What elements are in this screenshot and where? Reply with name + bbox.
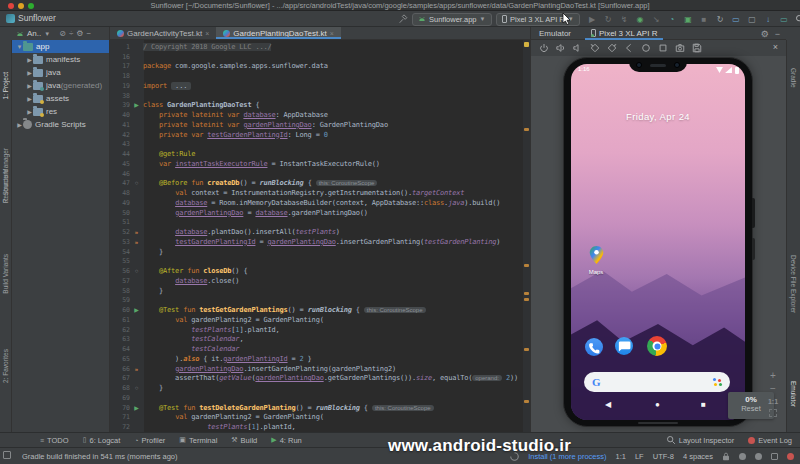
notification-icon[interactable] xyxy=(787,453,794,460)
status-widget[interactable]: 4 spaces xyxy=(683,452,713,461)
code-line[interactable]: 52» database.plantDao().insertAll(testPl… xyxy=(110,227,530,237)
code-editor[interactable]: 1/ Copyright 2018 Google LLC .../1617pac… xyxy=(110,40,530,432)
code-line[interactable]: 61 val gardenPlanting2 = GardenPlanting( xyxy=(110,315,530,325)
toolwindow-button-7-structure[interactable]: 7: Structure xyxy=(2,169,9,203)
run-test-gutter-icon[interactable]: ▶ xyxy=(130,102,143,108)
status-indicator-icon[interactable] xyxy=(739,453,746,460)
status-message[interactable]: Gradle build finished in 541 ms (moments… xyxy=(22,452,178,461)
gutter-marker-icon[interactable]: ○ xyxy=(130,268,143,274)
code-line[interactable]: 67 assertThat(getValue(gardenPlantingDao… xyxy=(110,374,530,384)
sdk-manager-icon[interactable]: ↓ xyxy=(762,13,774,25)
phone-app-icon[interactable] xyxy=(585,338,603,356)
toolwindow-button-build[interactable]: ⚒Build xyxy=(231,436,257,445)
chrome-app-icon[interactable] xyxy=(647,336,667,356)
emulator-hide-icon[interactable]: − xyxy=(775,29,780,39)
code-line[interactable]: 64 testCalendar xyxy=(110,344,530,354)
filter-icon[interactable]: ⊘ xyxy=(59,29,66,38)
warning-stripe-mark[interactable] xyxy=(524,292,529,295)
back-icon[interactable] xyxy=(624,39,634,57)
google-search-bar[interactable]: G xyxy=(584,372,730,392)
attach-debugger-icon[interactable]: ↘ xyxy=(650,13,662,25)
chevron-down-icon[interactable]: ▼ xyxy=(16,44,23,50)
nav-overview-button[interactable]: ■ xyxy=(701,400,706,409)
warning-stripe-mark[interactable] xyxy=(524,298,529,301)
close-tab-icon[interactable]: × xyxy=(205,30,209,37)
editor-scrollbar[interactable] xyxy=(523,40,530,432)
status-indicator-icon[interactable] xyxy=(771,453,778,460)
tree-item-java[interactable]: ▶java xyxy=(12,66,109,79)
toolwindow-button-6-logcat[interactable]: ▯6: Logcat xyxy=(83,436,121,445)
profiler-icon[interactable]: ◔ xyxy=(666,13,678,25)
toolwindow-button-todo[interactable]: ≡TODO xyxy=(40,436,69,445)
nav-home-button[interactable]: ● xyxy=(655,400,660,409)
warning-stripe-mark[interactable] xyxy=(524,264,529,267)
toolwindow-button-layout-inspector[interactable]: Layout Inspector xyxy=(666,435,734,445)
zoom-one-to-one-button[interactable]: 1:1 xyxy=(765,398,781,405)
avd-manager-icon[interactable]: ▢ xyxy=(746,13,758,25)
logcat-device-icon[interactable]: ▭ xyxy=(778,13,790,25)
home-icon[interactable] xyxy=(641,39,651,57)
toolwindow-button-terminal[interactable]: ▣Terminal xyxy=(179,436,217,445)
code-line[interactable]: 65 ).also { it.gardenPlantingId = 2 } xyxy=(110,354,530,364)
code-line[interactable]: 44 @get:Rule xyxy=(110,149,530,159)
code-line[interactable]: 51 xyxy=(110,218,530,228)
overview-icon[interactable] xyxy=(658,39,668,57)
rotate-right-icon[interactable] xyxy=(607,39,617,57)
toolwindow-button-4-run[interactable]: ▶4: Run xyxy=(271,436,302,445)
warning-stripe-mark[interactable] xyxy=(524,400,529,403)
code-line[interactable]: 38 xyxy=(110,91,530,101)
code-line[interactable]: 62 testPlants[1].plantId, xyxy=(110,325,530,335)
search-everywhere-icon[interactable] xyxy=(794,13,800,25)
screenshot-icon[interactable] xyxy=(675,39,685,57)
run-configuration-select[interactable]: Sunflower.app ▼ xyxy=(412,13,492,26)
nav-back-button[interactable]: ◀ xyxy=(605,400,611,409)
toolwindow-button-device-file-explorer[interactable]: Device File Explorer xyxy=(790,255,797,313)
build-hammer-icon[interactable] xyxy=(398,14,408,24)
code-line[interactable]: 59 xyxy=(110,296,530,306)
toolwindow-toggle-icon[interactable] xyxy=(3,451,11,459)
code-line[interactable]: 43 xyxy=(110,140,530,150)
emulator-settings-icon[interactable]: ⚙ xyxy=(761,29,769,39)
coverage-icon[interactable]: ▣ xyxy=(682,13,694,25)
code-line[interactable]: 58 } xyxy=(110,286,530,296)
code-line[interactable]: 45 var instantTaskExecutorRule = Instant… xyxy=(110,159,530,169)
code-line[interactable]: 16 xyxy=(110,52,530,62)
emulator-screen[interactable]: 1:16 Friday, Apr 24 Maps xyxy=(571,64,745,420)
code-line[interactable]: 17package com.google.samples.apps.sunflo… xyxy=(110,62,530,72)
hide-panel-icon[interactable]: − xyxy=(86,29,91,38)
emulator-close-icon[interactable]: × xyxy=(773,42,778,52)
code-line[interactable]: 60▶ @Test fun testGetGardenPlantings() =… xyxy=(110,305,530,315)
code-line[interactable]: 72 testPlants[1].plantId, xyxy=(110,422,530,432)
code-line[interactable]: 48 val context = InstrumentationRegistry… xyxy=(110,188,530,198)
code-line[interactable]: 39▶class GardenPlantingDaoTest { xyxy=(110,101,530,111)
suspend-call-gutter-icon[interactable]: » xyxy=(130,229,143,235)
close-tab-icon[interactable]: × xyxy=(330,30,334,37)
stop-icon[interactable]: ■ xyxy=(698,13,710,25)
volume-up-icon[interactable] xyxy=(556,39,566,57)
code-line[interactable]: 57 database.close() xyxy=(110,276,530,286)
code-line[interactable]: 68○ } xyxy=(110,383,530,393)
warning-stripe-mark[interactable] xyxy=(524,348,529,351)
collapse-all-icon[interactable]: ÷ xyxy=(69,29,73,38)
status-widget[interactable]: 1:1 xyxy=(616,452,626,461)
gutter-marker-icon[interactable]: ○ xyxy=(130,385,143,391)
code-line[interactable]: 46 xyxy=(110,169,530,179)
code-line[interactable]: 18 xyxy=(110,71,530,81)
tree-item-assets[interactable]: ▶assets xyxy=(12,92,109,105)
code-line[interactable]: 53» testGardenPlantingId = gardenPlantin… xyxy=(110,237,530,247)
sync-project-icon[interactable]: ↻ xyxy=(714,13,726,25)
chevron-right-icon[interactable]: ▶ xyxy=(26,56,33,63)
power-icon[interactable] xyxy=(539,39,549,57)
code-line[interactable]: 40 private lateinit var database: AppDat… xyxy=(110,110,530,120)
run-test-gutter-icon[interactable]: ▶ xyxy=(130,307,143,313)
code-line[interactable]: 63 testCalendar, xyxy=(110,335,530,345)
chevron-right-icon[interactable]: ▶ xyxy=(16,121,23,128)
code-line[interactable]: 70▶ @Test fun testDeleteGardenPlanting()… xyxy=(110,403,530,413)
snapshot-icon[interactable] xyxy=(692,39,702,57)
code-line[interactable]: 49 database = Room.inMemoryDatabaseBuild… xyxy=(110,198,530,208)
run-icon[interactable]: ▶ xyxy=(586,13,598,25)
chevron-right-icon[interactable]: ▶ xyxy=(26,82,33,89)
run-test-gutter-icon[interactable]: ▶ xyxy=(130,405,143,411)
editor-tab-gardenplantingdaotest-kt[interactable]: GardenPlantingDaoTest.kt× xyxy=(216,27,340,39)
project-breadcrumb[interactable]: Sunflower xyxy=(6,13,56,23)
